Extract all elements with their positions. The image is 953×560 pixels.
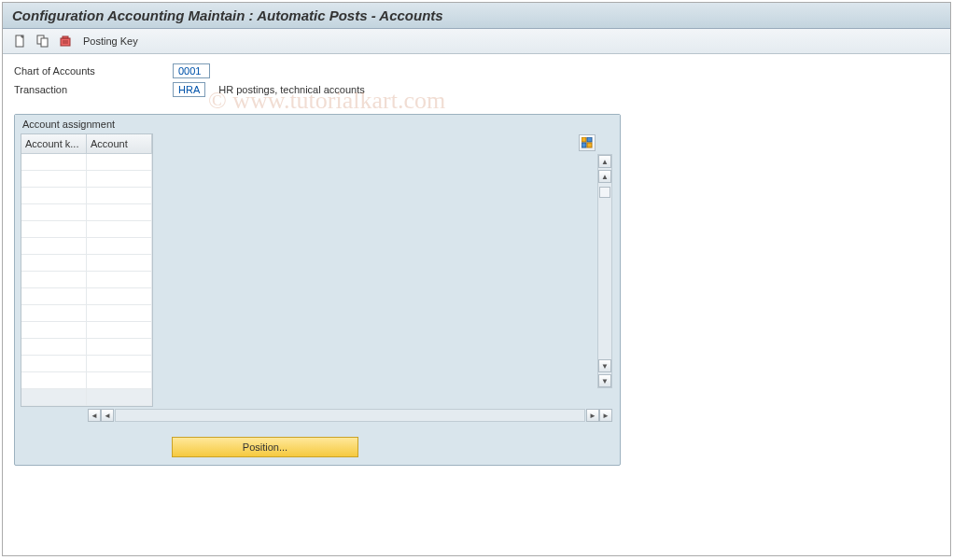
copy-icon[interactable] — [35, 33, 51, 49]
scroll-left-first-icon[interactable]: ◄ — [88, 409, 101, 422]
cell-account[interactable] — [87, 221, 152, 238]
scroll-track[interactable] — [115, 409, 585, 422]
svg-rect-8 — [582, 137, 586, 142]
svg-rect-2 — [41, 38, 48, 47]
new-document-icon[interactable] — [12, 33, 29, 49]
cell-account[interactable] — [87, 272, 152, 288]
cell-account[interactable] — [87, 238, 152, 255]
cell-account[interactable] — [87, 322, 152, 339]
chart-of-accounts-label: Chart of Accounts — [14, 65, 173, 77]
table-row[interactable] — [21, 356, 152, 372]
scroll-down-page-icon[interactable]: ▼ — [598, 359, 611, 372]
cell-account[interactable] — [87, 305, 152, 322]
cell-account-key[interactable] — [21, 272, 87, 288]
scroll-right-last-icon[interactable]: ► — [599, 409, 612, 422]
cell-account-key[interactable] — [21, 154, 87, 171]
position-button[interactable]: Position... — [172, 437, 358, 457]
chart-of-accounts-field[interactable]: 0001 — [173, 63, 210, 78]
posting-key-label[interactable]: Posting Key — [83, 35, 138, 47]
table-row[interactable] — [21, 272, 152, 288]
cell-account-key[interactable] — [21, 188, 87, 204]
table-row[interactable] — [21, 372, 152, 389]
scroll-left-icon[interactable]: ◄ — [101, 409, 114, 422]
svg-rect-11 — [587, 143, 592, 147]
table-row[interactable] — [21, 288, 152, 305]
table-row[interactable] — [21, 255, 152, 272]
panel-title: Account assignment — [15, 115, 620, 133]
table-row[interactable] — [21, 305, 152, 322]
scroll-thumb[interactable] — [599, 187, 610, 198]
table-row[interactable] — [21, 171, 152, 188]
cell-account[interactable] — [87, 372, 152, 389]
vertical-scrollbar[interactable]: ▲ ▲ ▼ ▼ — [597, 154, 612, 388]
account-assignment-panel: Account assignment Account k... Account — [14, 114, 621, 466]
table-row[interactable] — [21, 221, 152, 238]
cell-account[interactable] — [87, 389, 152, 406]
table-row[interactable] — [21, 339, 152, 356]
cell-account[interactable] — [87, 356, 152, 372]
toolbar: Posting Key — [3, 29, 950, 54]
cell-account-key[interactable] — [21, 288, 87, 305]
cell-account-key[interactable] — [21, 356, 87, 372]
column-header-account-key[interactable]: Account k... — [21, 134, 87, 153]
transaction-field[interactable]: HRA — [173, 82, 205, 97]
table-row[interactable] — [21, 204, 152, 221]
transaction-description: HR postings, technical accounts — [218, 84, 365, 95]
scroll-up-page-icon[interactable]: ▲ — [598, 170, 611, 183]
cell-account[interactable] — [87, 171, 152, 188]
cell-account[interactable] — [87, 188, 152, 204]
cell-account-key[interactable] — [21, 322, 87, 339]
table-row[interactable] — [21, 154, 152, 171]
cell-account-key[interactable] — [21, 389, 87, 406]
transaction-label: Transaction — [14, 84, 173, 95]
table-row[interactable] — [21, 389, 152, 406]
scroll-right-icon[interactable]: ► — [586, 409, 599, 422]
table-settings-icon[interactable] — [579, 134, 596, 151]
cell-account-key[interactable] — [21, 339, 87, 356]
column-header-account[interactable]: Account — [87, 134, 152, 153]
cell-account[interactable] — [87, 204, 152, 221]
cell-account[interactable] — [87, 339, 152, 356]
table-row[interactable] — [21, 238, 152, 255]
cell-account[interactable] — [87, 288, 152, 305]
svg-rect-4 — [63, 36, 68, 38]
cell-account-key[interactable] — [21, 238, 87, 255]
account-table[interactable]: Account k... Account — [21, 133, 153, 407]
horizontal-scrollbar[interactable]: ◄ ◄ ► ► — [21, 407, 614, 424]
cell-account[interactable] — [87, 255, 152, 272]
svg-rect-9 — [587, 137, 592, 142]
cell-account-key[interactable] — [21, 221, 87, 238]
cell-account-key[interactable] — [21, 255, 87, 272]
delete-icon[interactable] — [57, 33, 74, 49]
svg-rect-10 — [582, 143, 586, 147]
title-bar: Configuration Accounting Maintain : Auto… — [3, 3, 950, 29]
cell-account-key[interactable] — [21, 204, 87, 221]
cell-account-key[interactable] — [21, 305, 87, 322]
cell-account-key[interactable] — [21, 372, 87, 389]
page-title: Configuration Accounting Maintain : Auto… — [12, 7, 941, 23]
cell-account-key[interactable] — [21, 171, 87, 188]
scroll-up-icon[interactable]: ▲ — [598, 155, 611, 168]
table-row[interactable] — [21, 322, 152, 339]
cell-account[interactable] — [87, 154, 152, 171]
scroll-down-icon[interactable]: ▼ — [598, 374, 611, 387]
table-row[interactable] — [21, 188, 152, 204]
